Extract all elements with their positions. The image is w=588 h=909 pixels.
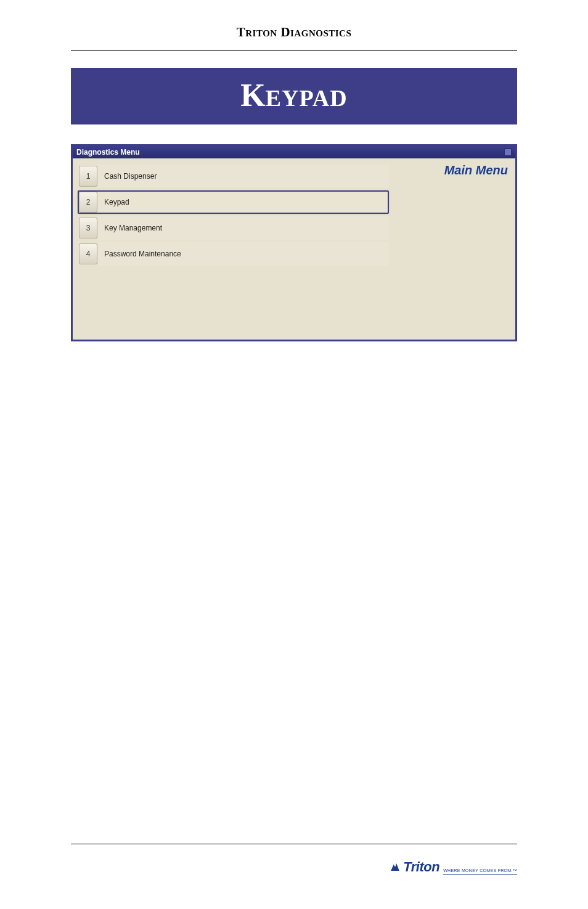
brand-tagline: WHERE MONEY COMES FROM.™ bbox=[443, 868, 517, 875]
menu-item-keypad[interactable]: 2 Keypad bbox=[78, 190, 389, 214]
window-title: Diagnostics Menu bbox=[76, 148, 140, 157]
right-column: Main Menu bbox=[410, 158, 515, 340]
menu-list: 1 Cash Dispenser 2 Keypad 3 Key Manageme… bbox=[73, 158, 410, 340]
brand-name: Triton bbox=[403, 859, 439, 875]
section-banner: KEYPAD bbox=[71, 68, 517, 124]
menu-num-3[interactable]: 3 bbox=[79, 218, 97, 238]
menu-item-key-management[interactable]: 3 Key Management bbox=[78, 216, 389, 240]
menu-label-password-maintenance: Password Maintenance bbox=[97, 242, 389, 266]
window-titlebar: Diagnostics Menu bbox=[73, 146, 515, 158]
banner-text: KEYPAD bbox=[240, 97, 348, 108]
footer-rule bbox=[71, 844, 517, 844]
window-body: 1 Cash Dispenser 2 Keypad 3 Key Manageme… bbox=[73, 158, 515, 340]
document-page: Triton Diagnostics KEYPAD Diagnostics Me… bbox=[0, 0, 588, 909]
menu-item-password-maintenance[interactable]: 4 Password Maintenance bbox=[78, 242, 389, 266]
banner-cap: K bbox=[240, 78, 265, 113]
main-menu-label[interactable]: Main Menu bbox=[413, 163, 508, 177]
menu-num-1[interactable]: 1 bbox=[79, 166, 97, 187]
menu-label-keypad: Keypad bbox=[97, 192, 388, 213]
doc-header: Triton Diagnostics bbox=[71, 25, 517, 51]
menu-item-cash-dispenser[interactable]: 1 Cash Dispenser bbox=[78, 165, 389, 188]
menu-label-key-management: Key Management bbox=[97, 216, 389, 240]
diagnostics-window: Diagnostics Menu 1 Cash Dispenser 2 Keyp… bbox=[71, 144, 517, 341]
brand-footer: Triton WHERE MONEY COMES FROM.™ bbox=[390, 859, 517, 875]
menu-num-2[interactable]: 2 bbox=[79, 192, 97, 213]
menu-num-4[interactable]: 4 bbox=[79, 243, 97, 264]
brand-logo-icon bbox=[390, 862, 401, 873]
banner-rest: EYPAD bbox=[266, 85, 348, 111]
menu-label-cash-dispenser: Cash Dispenser bbox=[97, 165, 389, 188]
titlebar-button[interactable] bbox=[504, 149, 512, 156]
